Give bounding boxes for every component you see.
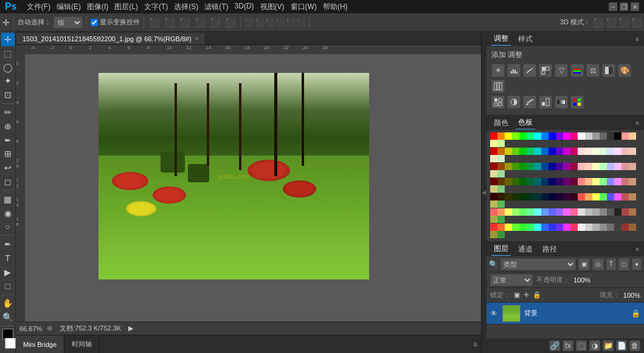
filter-pixel-icon[interactable]: ▣: [578, 258, 590, 270]
filter-text-icon[interactable]: T: [606, 258, 616, 270]
swatch-6-0[interactable]: [490, 224, 497, 231]
swatch-2-15[interactable]: [600, 163, 607, 170]
swatch-1-4[interactable]: [519, 148, 527, 155]
history-brush-button[interactable]: ↩: [1, 161, 15, 174]
path-select-button[interactable]: ▶: [1, 266, 15, 279]
channelmixer-adj-btn[interactable]: [491, 80, 505, 93]
zoom-icon[interactable]: ⊕: [47, 324, 52, 332]
swatch-1-7[interactable]: [541, 148, 549, 155]
hand-tool-button[interactable]: ✋: [1, 297, 15, 310]
marquee-tool-button[interactable]: ⬚: [1, 47, 15, 60]
healing-tool-button[interactable]: ⊕: [1, 120, 15, 133]
crop-tool-button[interactable]: ⊡: [1, 88, 15, 101]
swatch-1-5[interactable]: [527, 148, 534, 155]
swatch-0-12[interactable]: [578, 132, 585, 140]
swatch-2-10[interactable]: [563, 163, 570, 170]
magic-wand-button[interactable]: ✦: [1, 74, 15, 87]
swatch-4-19[interactable]: [629, 193, 636, 200]
swatch-5-10[interactable]: [563, 208, 570, 216]
adjustments-tab[interactable]: 调整: [491, 32, 511, 46]
swatch-2-2[interactable]: [505, 163, 512, 170]
channels-tab[interactable]: 通道: [516, 243, 535, 256]
swatch-6-19[interactable]: [629, 224, 636, 231]
swatch-2-5[interactable]: [527, 163, 534, 170]
panel-menu-icon[interactable]: ≡: [635, 36, 639, 43]
swatch-4-20[interactable]: [490, 200, 497, 208]
selectivecolor-adj-btn[interactable]: [570, 95, 584, 109]
swatch-5-8[interactable]: [549, 208, 556, 216]
swatch-4-21[interactable]: [497, 200, 505, 208]
menu-select[interactable]: 选择(S): [171, 1, 201, 13]
swatch-6-21[interactable]: [497, 231, 505, 238]
layer-background[interactable]: 👁 背景 🔒: [486, 303, 644, 324]
swatches-tab[interactable]: 色板: [516, 116, 535, 129]
swatch-3-4[interactable]: [519, 178, 527, 185]
swatch-1-12[interactable]: [578, 148, 585, 155]
swatch-0-5[interactable]: [527, 132, 534, 140]
gradientmap-adj-btn[interactable]: [555, 95, 568, 109]
swatch-0-2[interactable]: [505, 132, 512, 140]
menu-view[interactable]: 视图(V): [258, 1, 287, 13]
swatch-1-9[interactable]: [556, 148, 563, 155]
swatch-3-7[interactable]: [541, 178, 549, 185]
layer-visibility-icon[interactable]: 👁: [490, 309, 499, 318]
swatch-5-13[interactable]: [585, 208, 592, 216]
brightness-adj-btn[interactable]: ☀: [491, 64, 505, 77]
swatch-5-5[interactable]: [527, 208, 534, 216]
swatch-4-4[interactable]: [519, 193, 527, 200]
lock-all-icon[interactable]: 🔒: [533, 291, 541, 299]
layers-tab[interactable]: 图层: [491, 242, 511, 256]
swatch-2-7[interactable]: [541, 163, 549, 170]
fill-value[interactable]: 100%: [623, 292, 640, 299]
status-arrow[interactable]: ▶: [128, 324, 133, 332]
delete-layer-button[interactable]: 🗑: [629, 340, 640, 351]
shape-tool-button[interactable]: □: [1, 279, 15, 293]
swatch-2-6[interactable]: [534, 163, 541, 170]
swatch-4-9[interactable]: [556, 193, 563, 200]
colorbalance-adj-btn[interactable]: ⚖: [586, 64, 600, 77]
swatch-3-8[interactable]: [549, 178, 556, 185]
swatch-2-19[interactable]: [629, 163, 636, 170]
add-style-button[interactable]: fx: [563, 340, 573, 351]
paths-tab[interactable]: 路径: [540, 243, 559, 256]
swatch-2-20[interactable]: [490, 170, 497, 177]
text-tool-button[interactable]: T: [1, 252, 15, 265]
swatch-1-19[interactable]: [629, 148, 636, 155]
swatch-2-9[interactable]: [556, 163, 563, 170]
swatch-2-12[interactable]: [578, 163, 585, 170]
swatch-2-21[interactable]: [497, 170, 505, 177]
swatch-6-4[interactable]: [519, 224, 527, 231]
swatch-3-5[interactable]: [527, 178, 534, 185]
swatch-0-13[interactable]: [585, 132, 592, 140]
swatch-0-7[interactable]: [541, 132, 549, 140]
swatch-5-1[interactable]: [497, 208, 505, 216]
swatch-2-18[interactable]: [621, 163, 629, 170]
swatch-5-18[interactable]: [621, 208, 629, 216]
swatch-6-3[interactable]: [512, 224, 519, 231]
timeline-tab[interactable]: 时间轴: [64, 335, 100, 353]
swatch-1-16[interactable]: [607, 148, 614, 155]
swatch-6-12[interactable]: [578, 224, 585, 231]
move-tool-button[interactable]: ✛: [1, 33, 15, 46]
swatch-3-0[interactable]: [490, 178, 497, 185]
show-transform-checkbox[interactable]: 显示变换控件: [91, 18, 140, 27]
menu-text[interactable]: 文字(T): [142, 1, 170, 13]
mini-bridge-tab[interactable]: Mini Bridge: [16, 335, 64, 353]
swatch-4-8[interactable]: [549, 193, 556, 200]
swatch-2-0[interactable]: [490, 163, 497, 170]
exposure-adj-btn[interactable]: [539, 64, 552, 77]
blend-mode-select[interactable]: 正常: [490, 274, 533, 286]
align-bottom-icon[interactable]: ⬛: [224, 18, 237, 27]
swatch-6-16[interactable]: [607, 224, 614, 231]
swatch-6-17[interactable]: [614, 224, 621, 231]
swatch-5-2[interactable]: [505, 208, 512, 216]
colorlookup-adj-btn[interactable]: [491, 95, 505, 109]
swatch-4-5[interactable]: [527, 193, 534, 200]
styles-tab[interactable]: 样式: [516, 33, 535, 46]
menu-image[interactable]: 图像(I): [85, 1, 111, 13]
filter-toggle[interactable]: ●: [632, 258, 642, 270]
swatch-0-21[interactable]: [497, 140, 505, 147]
photofilter-adj-btn[interactable]: 🎨: [618, 64, 631, 77]
swatch-3-16[interactable]: [607, 178, 614, 185]
swatch-1-11[interactable]: [570, 148, 578, 155]
